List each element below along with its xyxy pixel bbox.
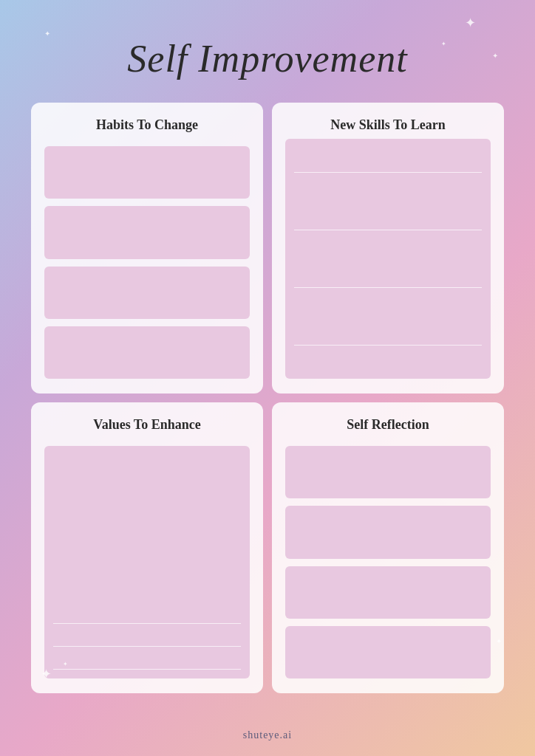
habits-bar-4[interactable] (44, 326, 250, 379)
habits-title: Habits To Change (44, 117, 250, 133)
page-title: Self Improvement (127, 37, 407, 80)
habits-bar-1[interactable] (44, 146, 250, 199)
skills-line-3 (294, 287, 482, 288)
main-grid: Habits To Change New Skills To Learn Val… (31, 103, 504, 693)
sparkle-7: ✦ (496, 637, 502, 645)
skills-box[interactable] (285, 139, 491, 379)
sparkle-4: ✦ (441, 41, 446, 47)
sparkle-1: ✦ (44, 30, 50, 38)
card-skills: New Skills To Learn (272, 103, 504, 394)
card-values: Values To Enhance (31, 402, 263, 693)
card-habits: Habits To Change (31, 103, 263, 394)
sparkle-2: ✦ (465, 15, 476, 31)
habits-bar-2[interactable] (44, 206, 250, 258)
reflection-bar-2[interactable] (285, 506, 491, 558)
skills-line-2 (294, 230, 482, 230)
values-title: Values To Enhance (44, 417, 250, 433)
sparkle-3: ✦ (492, 52, 498, 60)
sparkle-5: ✦ (41, 666, 52, 682)
skills-line-1 (294, 172, 482, 173)
reflection-bar-4[interactable] (285, 626, 491, 678)
reflection-title: Self Reflection (285, 417, 491, 433)
values-box[interactable] (44, 446, 250, 678)
card-reflection: Self Reflection (272, 402, 504, 693)
sparkle-6: ✦ (63, 661, 68, 667)
habits-bar-3[interactable] (44, 267, 250, 319)
values-line-3 (53, 669, 241, 670)
footer-text: shuteye.ai (243, 729, 292, 741)
skills-line-4 (294, 345, 482, 346)
skills-title: New Skills To Learn (285, 117, 491, 133)
reflection-bar-3[interactable] (285, 566, 491, 619)
reflection-bar-1[interactable] (285, 446, 491, 498)
